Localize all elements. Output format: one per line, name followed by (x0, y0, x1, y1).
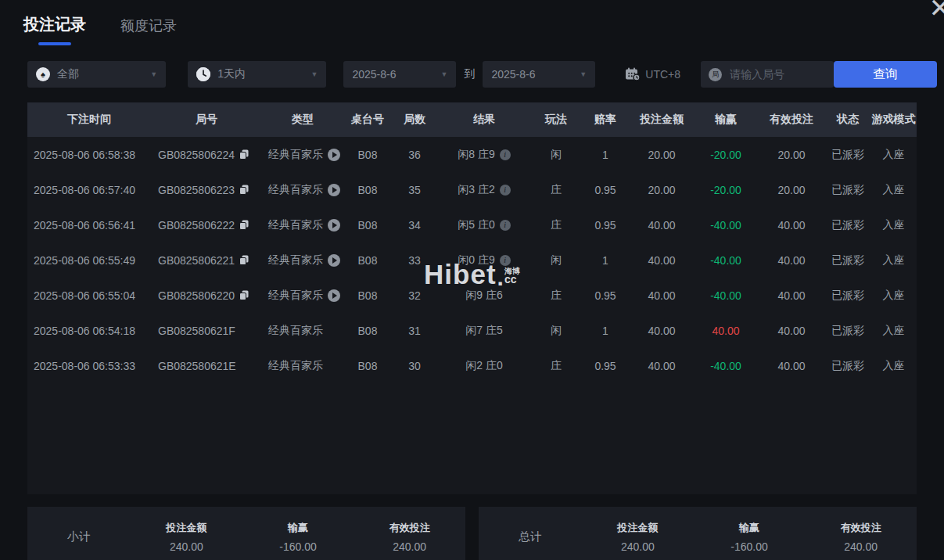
clock-icon (196, 67, 210, 81)
subtotal-valid-bet: 有效投注 240.00 (354, 521, 465, 553)
cell-status: 已派彩 (825, 218, 870, 232)
cell-round-no: 33 (392, 254, 437, 267)
replay-icon[interactable] (328, 289, 340, 302)
cell-bet-time: 2025-08-06 06:56:41 (27, 219, 151, 232)
summary-bar: 小计 投注金额 240.00 输赢 -160.00 有效投注 240.00 总计… (27, 507, 917, 560)
records-table: 下注时间 局号 类型 桌台号 局数 结果 玩法 赔率 投注金额 输赢 有效投注 … (27, 102, 917, 494)
replay-icon[interactable] (328, 149, 340, 161)
cell-bet-time: 2025-08-06 06:54:18 (27, 325, 151, 337)
cell-round-no: 31 (392, 325, 437, 337)
cell-win-loss: -20.00 (694, 184, 758, 196)
time-range-select[interactable]: 1天内 ▼ (188, 61, 326, 88)
cell-status: 已派彩 (825, 148, 870, 162)
cell-round-no: 34 (392, 219, 437, 232)
cell-win-loss: -40.00 (694, 360, 758, 372)
cell-game-mode: 入座 (870, 148, 917, 162)
subtotal-bet-amount: 投注金额 240.00 (131, 521, 242, 553)
col-header-table-no: 桌台号 (343, 113, 392, 127)
cell-round-id: GB082580621E (151, 360, 262, 372)
cell-result: 闲8 庄9 i (437, 148, 531, 162)
col-header-round-id: 局号 (151, 113, 262, 127)
filter-bar: ♠ 全部 ▼ 1天内 ▼ 2025-8-6 ▼ 到 2025-8-6 ▼ (27, 61, 937, 88)
cell-round-no: 30 (392, 360, 437, 372)
cell-game-mode: 入座 (870, 324, 917, 338)
cell-odds: 1 (581, 254, 630, 267)
date-from-select[interactable]: 2025-8-6 ▼ (343, 61, 456, 88)
round-number-field: 局 (701, 61, 834, 88)
copy-icon[interactable] (239, 290, 249, 300)
col-header-game-mode: 游戏模式 (870, 113, 917, 127)
chevron-down-icon: ▼ (440, 70, 447, 78)
col-header-valid-bet: 有效投注 (758, 113, 825, 127)
total-win-loss: 输赢 -160.00 (694, 521, 806, 553)
cell-bet-time: 2025-08-06 06:55:04 (27, 289, 151, 302)
cell-bet-amount: 40.00 (630, 289, 694, 302)
total-panel: 总计 投注金额 240.00 输赢 -160.00 有效投注 240.00 (479, 507, 917, 560)
cell-play: 闲 (531, 253, 581, 267)
cell-round-id: GB0825806223 (151, 184, 262, 196)
date-to-select[interactable]: 2025-8-6 ▼ (483, 61, 595, 88)
cell-play: 闲 (531, 148, 581, 162)
date-from-value: 2025-8-6 (352, 68, 396, 81)
cell-table-no: B08 (343, 219, 392, 232)
timezone-label: UTC+8 (645, 68, 680, 81)
cell-bet-amount: 40.00 (630, 325, 694, 337)
info-icon[interactable]: i (500, 220, 511, 231)
cell-bet-time: 2025-08-06 06:53:33 (27, 360, 151, 372)
chevron-down-icon: ▼ (150, 70, 157, 78)
search-button[interactable]: 查询 (834, 61, 937, 88)
cell-valid-bet: 40.00 (758, 254, 825, 267)
info-icon[interactable]: i (500, 185, 511, 196)
cell-table-no: B08 (343, 149, 392, 161)
cell-play: 庄 (531, 359, 581, 373)
cell-odds: 0.95 (581, 289, 630, 302)
total-valid-bet: 有效投注 240.00 (805, 521, 917, 553)
cell-win-loss: -40.00 (694, 289, 758, 302)
cell-play: 庄 (531, 218, 581, 232)
cell-round-id: GB0825806221 (151, 254, 262, 267)
cell-game-mode: 入座 (870, 218, 917, 232)
round-number-input[interactable] (728, 67, 826, 81)
cell-game-type: 经典百家乐 (262, 289, 343, 303)
cell-play: 闲 (531, 324, 581, 338)
tab-quota-records-label: 额度记录 (120, 18, 177, 34)
cell-bet-amount: 40.00 (630, 254, 694, 267)
cell-game-type: 经典百家乐 (262, 324, 343, 338)
copy-icon[interactable] (239, 149, 249, 160)
cell-status: 已派彩 (825, 289, 870, 303)
cell-table-no: B08 (343, 325, 392, 337)
table-row: 2025-08-06 06:58:38 GB0825806224 经典百家乐 B… (27, 137, 917, 172)
game-type-select[interactable]: ♠ 全部 ▼ (27, 61, 166, 88)
replay-icon[interactable] (328, 219, 340, 232)
cell-bet-time: 2025-08-06 06:55:49 (27, 254, 151, 267)
cell-result: 闲3 庄2 i (437, 183, 531, 197)
info-icon[interactable]: i (500, 149, 511, 160)
replay-icon[interactable] (328, 254, 340, 267)
cell-odds: 0.95 (581, 184, 630, 196)
cell-odds: 0.95 (581, 219, 630, 232)
cell-game-type: 经典百家乐 (262, 218, 343, 232)
tab-quota-records[interactable]: 额度记录 (120, 16, 177, 45)
copy-icon[interactable] (239, 220, 249, 230)
copy-icon[interactable] (239, 185, 249, 195)
cell-result: 闲0 庄9 i (437, 253, 531, 267)
cell-win-loss: -40.00 (694, 254, 758, 267)
cell-round-id: GB0825806222 (151, 219, 262, 232)
tab-betting-records[interactable]: 投注记录 (23, 14, 86, 45)
cell-odds: 1 (581, 149, 630, 161)
replay-icon[interactable] (328, 184, 340, 196)
cell-round-no: 36 (392, 149, 437, 161)
info-icon[interactable]: i (500, 255, 511, 266)
cell-table-no: B08 (343, 254, 392, 267)
col-header-result: 结果 (437, 113, 531, 127)
cell-play: 庄 (531, 289, 581, 303)
cell-status: 已派彩 (825, 183, 870, 197)
close-icon[interactable]: ✕ (929, 0, 944, 21)
chevron-down-icon: ▼ (580, 70, 587, 78)
cell-game-type: 经典百家乐 (262, 253, 343, 267)
betting-records-window: ✕ 投注记录 额度记录 ♠ 全部 ▼ 1天内 ▼ 2025-8-6 ▼ 到 (0, 0, 944, 560)
copy-icon[interactable] (239, 255, 249, 265)
col-header-odds: 赔率 (581, 113, 630, 127)
table-row: 2025-08-06 06:53:33 GB082580621E 经典百家乐 B… (27, 348, 917, 383)
cell-table-no: B08 (343, 184, 392, 196)
